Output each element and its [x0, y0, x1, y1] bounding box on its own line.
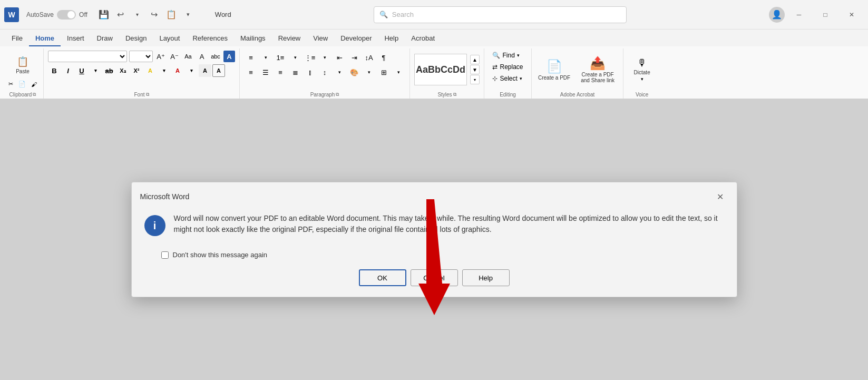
decrease-indent-button[interactable]: ⇤	[333, 51, 346, 64]
redo-icon[interactable]: ↪	[147, 7, 162, 23]
line-spacing-dropdown[interactable]: ▾	[333, 65, 346, 79]
font-group: A⁺ A⁻ Aa A abc A B I U ▾ ab X₂ X² A ▾	[44, 48, 240, 99]
styles-more[interactable]: ▾	[470, 75, 480, 84]
tab-layout[interactable]: Layout	[153, 31, 186, 46]
tab-file[interactable]: File	[5, 31, 29, 46]
align-left-button[interactable]: ≡	[244, 65, 258, 79]
bold-button[interactable]: B	[48, 64, 61, 77]
tab-help[interactable]: Help	[378, 31, 405, 46]
highlight-dropdown[interactable]: ▾	[158, 64, 170, 77]
text-shading-button[interactable]: A	[199, 64, 211, 77]
show-formatting-button[interactable]: ¶	[377, 51, 391, 64]
help-button[interactable]: Help	[462, 269, 510, 286]
superscript-button[interactable]: X²	[130, 64, 143, 77]
align-right-button[interactable]: ≡	[274, 65, 287, 79]
sort-button[interactable]: ↕A	[362, 51, 376, 64]
dialog-title-bar: Microsoft Word ✕	[132, 182, 737, 209]
text-effects-button[interactable]: A	[223, 51, 235, 62]
maximize-button[interactable]: □	[813, 7, 837, 23]
dont-show-checkbox[interactable]	[161, 251, 169, 259]
dictate-button[interactable]: 🎙 Dictate ▾	[632, 54, 652, 85]
bullets-button[interactable]: ≡	[244, 51, 258, 64]
borders-dropdown[interactable]: ▾	[392, 65, 405, 79]
save-icon[interactable]: 💾	[96, 7, 112, 23]
styles-scroll-up[interactable]: ▲	[470, 55, 480, 64]
tab-draw[interactable]: Draw	[91, 31, 119, 46]
tab-insert[interactable]: Insert	[61, 31, 91, 46]
justify-button[interactable]: ≣	[288, 65, 302, 79]
tab-review[interactable]: Review	[272, 31, 307, 46]
strikethrough-alt-button[interactable]: abc	[210, 51, 221, 62]
bullets-dropdown[interactable]: ▾	[259, 51, 272, 64]
increase-indent-button[interactable]: ⇥	[347, 51, 361, 64]
minimize-button[interactable]: ─	[787, 7, 811, 23]
create-pdf-button[interactable]: 📄 Create a PDF	[536, 54, 572, 85]
font-family-select[interactable]	[48, 51, 127, 62]
create-share-icon: 📤	[590, 56, 606, 71]
select-button[interactable]: ⊹ Select ▾	[490, 74, 524, 83]
align-center-button[interactable]: ☰	[259, 65, 272, 79]
create-share-pdf-button[interactable]: 📤 Create a PDF and Share link	[577, 54, 619, 85]
strikethrough-button[interactable]: ab	[103, 64, 115, 77]
paste-button[interactable]: 📋 Paste	[14, 51, 32, 80]
dictate-dropdown[interactable]: ▾	[641, 76, 643, 82]
select-dropdown[interactable]: ▾	[520, 76, 522, 81]
numbering-dropdown[interactable]: ▾	[288, 51, 302, 64]
tab-developer[interactable]: Developer	[334, 31, 378, 46]
columns-button[interactable]: ⫿	[303, 65, 317, 79]
dialog-close-button[interactable]: ✕	[713, 189, 728, 204]
font-size-select[interactable]	[129, 51, 153, 62]
tab-view[interactable]: View	[307, 31, 334, 46]
dialog-title: Microsoft Word	[140, 192, 190, 201]
ok-button[interactable]: OK	[359, 269, 406, 286]
cancel-button[interactable]: Cancel	[411, 269, 458, 286]
font-expand-icon[interactable]: ⧉	[146, 92, 149, 98]
subscript-button[interactable]: X₂	[116, 64, 129, 77]
more-qat-icon[interactable]: ▾	[180, 7, 196, 23]
line-spacing-button[interactable]: ↕	[318, 65, 331, 79]
undo-dropdown-icon[interactable]: ▾	[130, 7, 145, 23]
font-color-dropdown[interactable]: ▾	[185, 64, 198, 77]
tab-references[interactable]: References	[186, 31, 233, 46]
decrease-font-button[interactable]: A⁻	[169, 51, 180, 62]
styles-expand-icon[interactable]: ⧉	[453, 92, 456, 98]
cut-button[interactable]: ✂	[6, 80, 15, 89]
clear-formatting-button[interactable]: A	[196, 51, 208, 62]
increase-font-button[interactable]: A⁺	[155, 51, 167, 62]
numbering-button[interactable]: 1≡	[274, 51, 287, 64]
styles-gallery[interactable]: AaBbCcDd	[414, 54, 467, 85]
window-close-button[interactable]: ✕	[840, 7, 864, 23]
paragraph-expand-icon[interactable]: ⧉	[336, 92, 339, 98]
clipboard-expand-icon[interactable]: ⧉	[33, 92, 36, 98]
find-button[interactable]: 🔍 Find ▾	[490, 51, 521, 60]
multilevel-dropdown[interactable]: ▾	[318, 51, 331, 64]
user-avatar[interactable]: 👤	[769, 7, 785, 23]
tab-design[interactable]: Design	[119, 31, 153, 46]
autosave-label: AutoSave	[26, 11, 54, 18]
multilevel-button[interactable]: ⋮≡	[303, 51, 317, 64]
underline-dropdown[interactable]: ▾	[89, 64, 102, 77]
main-content-area: Microsoft Word ✕ i Word will now convert…	[0, 99, 868, 380]
undo-icon[interactable]: ↩	[113, 7, 129, 23]
borders-button[interactable]: ⊞	[377, 65, 391, 79]
italic-button[interactable]: I	[62, 64, 74, 77]
shading-dropdown[interactable]: ▾	[362, 65, 376, 79]
tab-acrobat[interactable]: Acrobat	[405, 31, 441, 46]
format-painter-button[interactable]: 🖌	[29, 80, 39, 89]
font-color-button[interactable]: A	[171, 64, 184, 77]
tab-mailings[interactable]: Mailings	[234, 31, 272, 46]
styles-scroll-down[interactable]: ▼	[470, 65, 480, 74]
title-bar: W AutoSave Off 💾 ↩ ▾ ↪ 📋 ▾ Word 🔍	[0, 0, 868, 30]
replace-button[interactable]: ⇄ Replace	[490, 62, 525, 72]
char-border-button[interactable]: A	[212, 64, 225, 77]
underline-button[interactable]: U	[75, 64, 88, 77]
shading-button[interactable]: 🎨	[347, 65, 361, 79]
font-case-button[interactable]: Aa	[182, 51, 194, 62]
customize-qat-icon[interactable]: 📋	[163, 7, 179, 23]
find-dropdown[interactable]: ▾	[517, 53, 520, 58]
highlight-button[interactable]: A	[144, 64, 157, 77]
search-bar[interactable]: 🔍 Search	[374, 6, 627, 23]
tab-home[interactable]: Home	[29, 31, 61, 46]
autosave-toggle[interactable]	[57, 10, 76, 20]
copy-button[interactable]: 📄	[16, 80, 28, 89]
